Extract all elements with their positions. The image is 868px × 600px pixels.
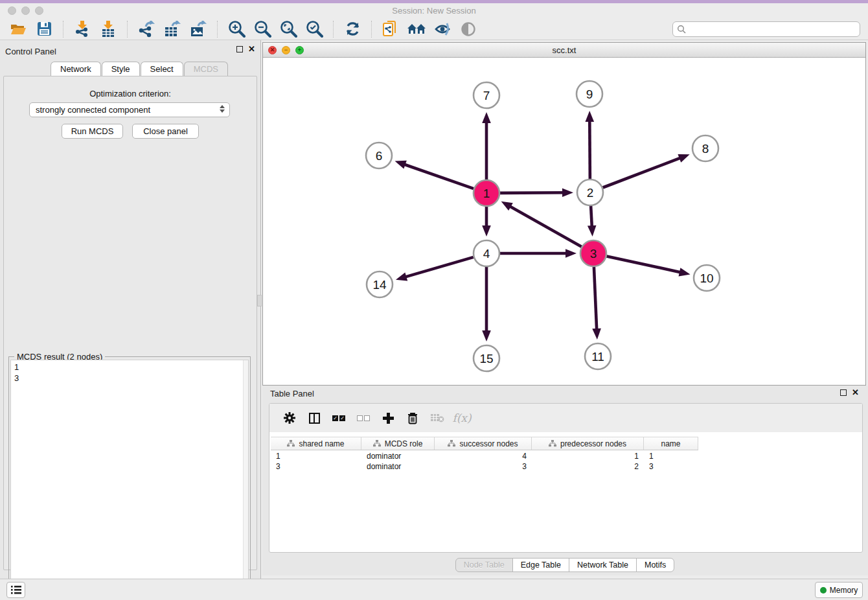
column-header-name[interactable]: name bbox=[644, 437, 698, 450]
close-panel-button[interactable]: Close panel bbox=[132, 124, 199, 139]
column-header-label: name bbox=[661, 439, 680, 448]
graph-edge-3-11[interactable] bbox=[594, 267, 597, 332]
column-header-label: MCDS role bbox=[385, 439, 423, 448]
close-table-panel-icon[interactable]: ✕ bbox=[852, 389, 859, 396]
table-row[interactable]: 1dominator411 bbox=[271, 451, 861, 461]
export-table-icon[interactable] bbox=[163, 20, 182, 38]
hide-selected-icon[interactable] bbox=[433, 20, 452, 38]
delete-row-icon[interactable] bbox=[403, 409, 422, 427]
save-session-icon[interactable] bbox=[34, 20, 54, 38]
tab-style[interactable]: Style bbox=[102, 62, 140, 76]
select-chevrons-icon bbox=[220, 105, 225, 113]
table-cell[interactable]: 1 bbox=[644, 451, 698, 461]
table-cell[interactable]: 4 bbox=[435, 451, 532, 461]
add-row-icon[interactable] bbox=[378, 409, 398, 427]
search-field[interactable] bbox=[672, 21, 860, 37]
refresh-icon[interactable] bbox=[343, 20, 362, 38]
tab-mcds[interactable]: MCDS bbox=[184, 62, 228, 76]
graph-edge-2-9[interactable] bbox=[589, 118, 590, 179]
import-network-icon[interactable] bbox=[73, 20, 92, 38]
fit-content-icon[interactable] bbox=[279, 20, 298, 38]
table-cell[interactable]: 2 bbox=[532, 461, 644, 472]
deselect-all-icon[interactable] bbox=[354, 409, 373, 427]
table-cell[interactable]: 1 bbox=[271, 451, 361, 461]
graph-arrowhead bbox=[565, 249, 577, 258]
show-hidden-icon[interactable] bbox=[459, 20, 478, 38]
graph-node-label-14: 14 bbox=[372, 278, 387, 292]
function-builder-icon: f(x) bbox=[452, 409, 472, 427]
node-table-container: ✓✓ f(x) bbox=[269, 403, 863, 553]
column-header-successor-nodes[interactable]: successor nodes bbox=[435, 437, 532, 450]
import-table-icon[interactable] bbox=[98, 20, 118, 38]
column-header-label: successor nodes bbox=[459, 439, 518, 448]
settings-icon[interactable] bbox=[280, 409, 299, 427]
close-panel-icon[interactable]: ✕ bbox=[248, 46, 255, 52]
float-panel-icon[interactable] bbox=[236, 46, 243, 52]
graph-edge-4-14[interactable] bbox=[403, 257, 474, 278]
tab-motifs[interactable]: Motifs bbox=[636, 558, 674, 572]
network-graph-canvas[interactable]: 7968124314101511 bbox=[263, 58, 865, 385]
network-view-window: scc.txt ✕ − + 7968124314101511 bbox=[262, 42, 866, 386]
table-cell[interactable]: dominator bbox=[361, 451, 435, 461]
home-icon[interactable] bbox=[407, 20, 426, 38]
graph-edge-1-2[interactable] bbox=[500, 192, 566, 193]
result-scrollbar[interactable] bbox=[243, 360, 248, 597]
new-network-from-selection-icon[interactable] bbox=[381, 20, 400, 38]
graph-arrowhead bbox=[482, 112, 491, 123]
hierarchy-icon bbox=[549, 440, 556, 447]
export-image-icon[interactable] bbox=[188, 20, 208, 38]
splitter-handle-vertical[interactable] bbox=[257, 295, 262, 306]
zoom-out-icon[interactable] bbox=[253, 20, 272, 38]
table-row[interactable]: 3dominator323 bbox=[271, 461, 861, 472]
optimization-criterion-select[interactable]: strongly connected component bbox=[29, 102, 230, 117]
hierarchy-icon bbox=[448, 440, 455, 447]
table-panel: Table Panel ✕ ✓✓ bbox=[262, 386, 868, 575]
graph-node-label-2: 2 bbox=[587, 186, 594, 200]
graph-node-label-8: 8 bbox=[702, 142, 709, 156]
graph-node-label-10: 10 bbox=[700, 271, 713, 285]
table-cell[interactable]: 3 bbox=[271, 461, 361, 472]
delete-table-icon bbox=[428, 409, 447, 427]
mcds-result-textarea[interactable]: 1 3 bbox=[10, 360, 249, 598]
tab-edge-table[interactable]: Edge Table bbox=[512, 558, 569, 572]
zoom-selected-icon[interactable] bbox=[304, 20, 324, 38]
status-bar: Memory bbox=[0, 579, 868, 600]
graph-edge-2-8[interactable] bbox=[603, 157, 683, 187]
zoom-in-icon[interactable] bbox=[227, 20, 246, 38]
select-all-icon[interactable]: ✓✓ bbox=[329, 409, 348, 427]
list-icon bbox=[11, 586, 21, 594]
table-cell[interactable]: 1 bbox=[532, 451, 644, 461]
graph-node-label-6: 6 bbox=[376, 149, 383, 163]
window-title: Session: New Session bbox=[0, 6, 868, 16]
table-cell[interactable]: 3 bbox=[644, 461, 698, 472]
graph-arrowhead bbox=[395, 161, 407, 169]
open-session-icon[interactable] bbox=[8, 20, 28, 38]
column-header-shared-name[interactable]: shared name bbox=[271, 437, 361, 450]
search-input[interactable] bbox=[686, 23, 860, 35]
tab-network[interactable]: Network bbox=[51, 62, 101, 76]
float-table-panel-icon[interactable] bbox=[840, 389, 847, 396]
tab-network-table[interactable]: Network Table bbox=[569, 558, 637, 572]
graph-arrowhead bbox=[588, 225, 597, 237]
graph-edge-3-1[interactable] bbox=[507, 205, 581, 247]
table-cell[interactable]: dominator bbox=[361, 461, 435, 472]
graph-node-label-4: 4 bbox=[483, 247, 490, 260]
graph-edge-3-10[interactable] bbox=[607, 256, 683, 273]
graph-arrowhead bbox=[396, 272, 407, 281]
graph-arrowhead bbox=[585, 111, 594, 122]
column-header-predecessor-nodes[interactable]: predecessor nodes bbox=[532, 437, 644, 450]
graph-edge-1-6[interactable] bbox=[402, 163, 474, 189]
show-columns-icon[interactable] bbox=[304, 409, 324, 427]
task-history-button[interactable] bbox=[6, 582, 25, 598]
run-mcds-button[interactable]: Run MCDS bbox=[62, 124, 123, 139]
table-cell[interactable]: 3 bbox=[435, 461, 532, 472]
tab-node-table[interactable]: Node Table bbox=[455, 558, 513, 572]
optimization-criterion-label: Optimization criterion: bbox=[4, 89, 257, 98]
export-network-icon[interactable] bbox=[137, 20, 156, 38]
control-panel-title: Control Panel bbox=[5, 47, 56, 56]
memory-label: Memory bbox=[830, 586, 858, 595]
memory-button[interactable]: Memory bbox=[815, 582, 863, 598]
tab-select[interactable]: Select bbox=[141, 62, 183, 76]
network-window-titlebar[interactable]: scc.txt ✕ − + bbox=[263, 43, 865, 58]
column-header-MCDS-role[interactable]: MCDS role bbox=[361, 437, 435, 450]
